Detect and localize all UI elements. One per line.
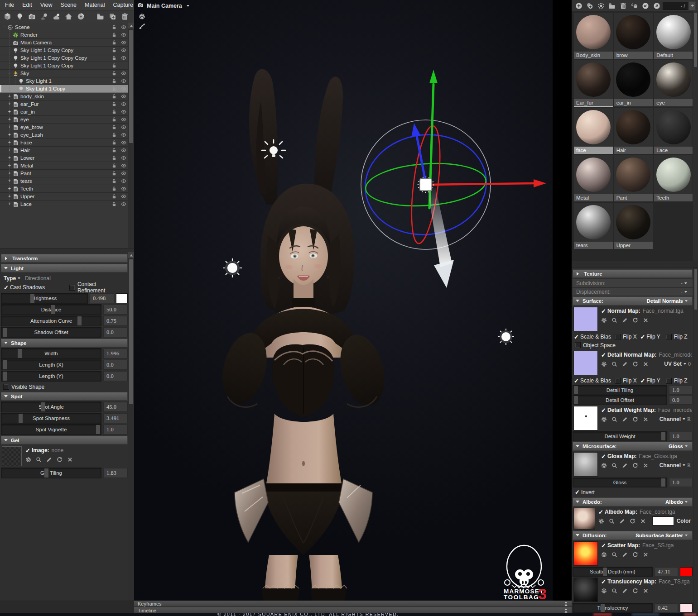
map-settings-gear-icon[interactable] [601, 588, 607, 594]
slider-thumb[interactable] [661, 432, 665, 440]
gel-image-thumbnail[interactable] [2, 446, 22, 466]
section-header-gel[interactable]: Gel [1, 436, 128, 444]
map-settings-gear-icon[interactable] [598, 518, 604, 524]
tree-row-ear-in[interactable]: +ear_in [0, 108, 128, 116]
menu-scene[interactable]: Scene [57, 2, 81, 8]
checkbox-checked[interactable]: ✓ [601, 454, 606, 459]
map-clear-icon[interactable] [643, 361, 649, 367]
value-field-scatter-depth-mm[interactable]: 47.11 [655, 567, 678, 576]
value-field-width[interactable]: 1.996 [103, 349, 128, 358]
tree-row-scene[interactable]: −Scene [0, 24, 128, 31]
tree-row-sky-light-1-copy-copy[interactable]: Sky Light 1 Copy Copy [0, 62, 128, 70]
map-reload-icon[interactable] [632, 552, 638, 558]
checkbox-checked[interactable]: ✓ [25, 448, 30, 454]
camera-icon[interactable] [26, 11, 38, 22]
checkbox-flip-z[interactable]: Flip Z [666, 334, 691, 340]
map-edit-pencil-icon[interactable] [622, 463, 628, 468]
chevron-down-icon[interactable] [685, 501, 688, 504]
slider-detail-weight[interactable]: Detail Weight1.0 [573, 432, 693, 441]
lock-icon[interactable] [109, 63, 119, 68]
slider-track-detail-weight[interactable]: Detail Weight [573, 431, 667, 441]
viewport-paint-brush-icon[interactable] [139, 23, 145, 32]
slider-track-gloss[interactable]: Gloss [573, 478, 667, 487]
checkbox-checked[interactable]: ✓ [575, 489, 580, 495]
visibility-eye-icon[interactable] [119, 163, 128, 168]
tree-expander-icon[interactable]: + [7, 125, 12, 129]
section-header-shape[interactable]: Shape [1, 339, 128, 347]
tree-expander-icon[interactable]: + [7, 102, 12, 106]
value-field-shadow-offset[interactable]: 0.0 [103, 327, 128, 337]
expand-up-icon[interactable] [564, 608, 568, 613]
props-scrollbar[interactable] [128, 252, 134, 601]
lock-icon[interactable] [109, 101, 119, 107]
dropdown-uv-set[interactable]: UV Set0 [664, 361, 692, 368]
material-eye[interactable]: eye [654, 60, 693, 106]
tree-row-hair[interactable]: +Hair [0, 147, 128, 154]
slider-track-translucency[interactable]: Translucency [573, 603, 653, 613]
checkbox-unchecked[interactable] [69, 285, 75, 291]
tree-row-teeth[interactable]: +Teeth [0, 185, 128, 193]
map-search-icon[interactable] [611, 317, 617, 323]
checkbox-checked[interactable]: ✓ [574, 378, 579, 384]
slider-track-spot-vignette[interactable]: Spot Vignette [1, 424, 101, 435]
checkbox-checked[interactable]: ✓ [601, 543, 606, 549]
map-settings-gear-icon[interactable] [601, 552, 607, 558]
checkbox-flip-x[interactable]: Flip X [615, 334, 640, 340]
value-field-gel-tiling[interactable]: 1.83 [103, 468, 128, 478]
map-reload-icon[interactable] [630, 518, 635, 524]
color-picker[interactable]: Color [652, 516, 692, 525]
scroll-up-icon[interactable] [128, 252, 134, 258]
tree-row-eye-brow[interactable]: +eye_brow [0, 124, 128, 131]
chevron-down-icon[interactable] [683, 418, 685, 421]
section-mode-dropdown[interactable]: Albedo [665, 499, 689, 505]
lock-icon[interactable] [109, 55, 119, 61]
material-metal[interactable]: Metal [574, 155, 613, 201]
menu-edit[interactable]: Edit [18, 2, 36, 8]
trash-icon[interactable] [618, 1, 628, 10]
map-edit-pencil-icon[interactable] [619, 518, 625, 524]
slider-thumb[interactable] [574, 396, 578, 404]
material-face[interactable]: face [574, 108, 613, 154]
map-reload-icon[interactable] [632, 588, 638, 594]
visibility-eye-icon[interactable] [119, 40, 128, 45]
map-reload-icon[interactable] [632, 416, 638, 422]
slider-length-y[interactable]: Length (Y)0.0 [1, 371, 128, 381]
material-page-field[interactable]: - / [663, 2, 688, 10]
map-clear-icon[interactable] [67, 457, 73, 463]
house-icon[interactable] [63, 11, 75, 22]
visibility-eye-icon[interactable] [119, 201, 128, 207]
checkbox-unchecked[interactable] [666, 334, 672, 340]
map-thumbnail[interactable] [573, 508, 595, 530]
slider-track-detail-tiling[interactable]: Detail Tiling [573, 385, 667, 395]
material-default[interactable]: Default [654, 13, 693, 59]
light-bulb-widget[interactable] [262, 140, 285, 158]
map-edit-pencil-icon[interactable] [622, 317, 628, 323]
slider-thumb[interactable] [574, 386, 578, 394]
checkbox-invert[interactable]: ✓Invert [573, 488, 693, 497]
checkbox-unchecked[interactable] [575, 342, 581, 348]
tree-expander-icon[interactable]: + [7, 110, 12, 114]
tree-expander-icon[interactable]: + [7, 94, 12, 99]
checkbox-scale-bias[interactable]: ✓Scale & Bias [574, 334, 615, 340]
slider-track-distance[interactable]: Distance [1, 304, 101, 315]
checkbox-checked[interactable]: ✓ [640, 378, 645, 384]
checkbox-flip-z[interactable]: Flip Z [666, 377, 691, 384]
tree-row-ear-fur[interactable]: +ear_Fur [0, 100, 128, 108]
section-mode-dropdown[interactable]: Subsurface Scatter [635, 533, 689, 538]
map-clear-icon[interactable] [640, 518, 646, 524]
slider-detail-offset[interactable]: Detail Offset0.0 [573, 396, 693, 405]
lock-icon[interactable] [109, 124, 119, 130]
section-header-surface[interactable]: Surface:Detail Normals [573, 296, 693, 306]
material-upper[interactable]: Upper [614, 203, 653, 249]
map-thumbnail[interactable] [573, 452, 598, 477]
material-ear-in[interactable]: ear_in [614, 60, 653, 106]
lock-icon[interactable] [109, 71, 119, 76]
lock-icon[interactable] [109, 163, 119, 168]
map-reload-icon[interactable] [632, 361, 638, 367]
checkbox-contact-refinement[interactable]: Contact Refinement [69, 281, 125, 294]
lock-icon[interactable] [109, 194, 119, 199]
visibility-eye-icon[interactable] [119, 171, 128, 176]
color-swatch[interactable] [680, 567, 693, 576]
lock-icon[interactable] [109, 148, 119, 153]
light-handle-sun[interactable] [498, 329, 514, 345]
